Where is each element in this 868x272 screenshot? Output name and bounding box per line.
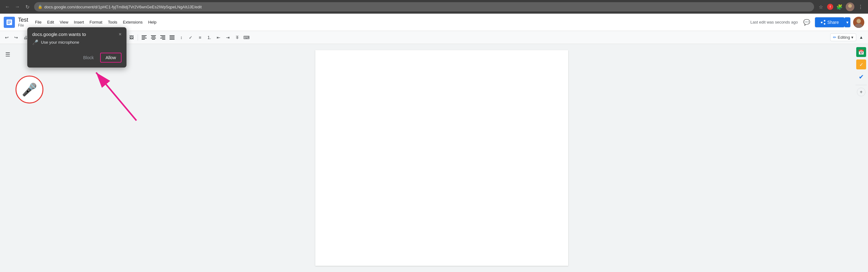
svg-rect-24 <box>169 39 175 40</box>
docs-title-area: Test File <box>18 17 28 28</box>
menu-view[interactable]: View <box>57 19 71 26</box>
svg-rect-18 <box>161 37 165 37</box>
comments-button[interactable]: 💬 <box>801 17 812 28</box>
redo-button[interactable]: ↪ <box>12 33 21 42</box>
last-edit-text: Last edit was seconds ago <box>750 20 798 25</box>
profile-avatar[interactable] <box>846 2 855 11</box>
share-label: Share <box>827 20 839 25</box>
svg-rect-5 <box>7 23 10 24</box>
svg-rect-22 <box>169 37 175 37</box>
outline-button[interactable]: ☰ <box>2 49 13 60</box>
browser-actions: ☆ ! 🧩 ⋮ <box>816 2 865 11</box>
input-tools-button[interactable]: ⌨ <box>242 33 251 42</box>
numbered-list-button[interactable]: 1. <box>205 33 214 42</box>
star-button[interactable]: ☆ <box>816 2 825 11</box>
permission-popup: docs.google.com wants to × 🎤 Use your mi… <box>27 27 126 68</box>
popup-close-button[interactable]: × <box>119 32 122 37</box>
popup-mic-row: 🎤 Use your microphone <box>27 37 126 50</box>
menu-insert[interactable]: Insert <box>71 19 87 26</box>
menu-tools[interactable]: Tools <box>105 19 120 26</box>
svg-point-1 <box>847 8 853 11</box>
align-center-button[interactable] <box>149 33 158 42</box>
pencil-icon: ✏ <box>833 35 836 40</box>
docs-toolbar: ↩ ↪ 🖨 − 11 + B I U A ✏ 🔗 💬 🖼 <box>0 31 868 44</box>
side-toolbar-separator <box>856 85 867 85</box>
docs-subtitle: File <box>18 23 28 28</box>
address-bar[interactable]: 🔒 docs.google.com/document/d/1pHC1-fyjTm… <box>34 2 814 11</box>
allow-button[interactable]: Allow <box>100 53 122 63</box>
svg-point-7 <box>857 19 861 23</box>
editing-mode-button[interactable]: ✏ Editing ▾ <box>830 33 856 41</box>
svg-rect-19 <box>160 38 165 38</box>
indent-increase-button[interactable]: ⇥ <box>223 33 232 42</box>
docs-header: Test File File Edit View Insert Format T… <box>0 13 868 31</box>
docs-logo <box>4 17 15 28</box>
image-button[interactable]: 🖼 <box>127 33 136 42</box>
popup-title: docs.google.com wants to <box>32 32 86 37</box>
docs-app: Test File File Edit View Insert Format T… <box>0 13 868 272</box>
svg-rect-3 <box>7 21 11 21</box>
toolbar-separator-3 <box>137 34 138 41</box>
extensions-button[interactable]: 🧩 <box>835 2 844 11</box>
svg-rect-16 <box>152 39 155 40</box>
chevron-down-icon: ▾ <box>851 35 854 40</box>
menu-edit[interactable]: Edit <box>44 19 56 26</box>
share-button[interactable]: Share <box>815 18 844 27</box>
menu-button[interactable]: ⋮ <box>856 2 865 11</box>
mic-circle: 🎤 <box>16 76 43 103</box>
add-side-panel-button[interactable]: + <box>857 88 866 96</box>
docs-menu: File Edit View Insert Format Tools Exten… <box>33 19 159 26</box>
indent-decrease-button[interactable]: ⇤ <box>214 33 223 42</box>
mic-circle-container: 🎤 <box>16 76 43 103</box>
undo-button[interactable]: ↩ <box>2 33 11 42</box>
svg-rect-13 <box>151 35 156 36</box>
extension-icon-red[interactable]: ! <box>827 4 833 10</box>
lock-icon: 🔒 <box>38 5 42 9</box>
refresh-button[interactable]: ↻ <box>23 2 32 11</box>
forward-button[interactable]: → <box>13 2 22 11</box>
svg-rect-23 <box>169 38 175 38</box>
line-spacing-button[interactable]: ↕ <box>177 33 186 42</box>
nav-buttons: ← → ↻ <box>3 2 32 11</box>
document-page[interactable] <box>315 50 568 266</box>
menu-help[interactable]: Help <box>146 19 159 26</box>
clear-formatting-button[interactable]: T̶ <box>233 33 242 42</box>
bulleted-list-button[interactable]: ≡ <box>196 33 204 42</box>
svg-rect-12 <box>142 39 145 40</box>
menu-format[interactable]: Format <box>87 19 105 26</box>
share-dropdown-button[interactable]: ▾ <box>844 18 850 27</box>
header-icons: 💬 Share ▾ <box>801 17 864 28</box>
url-text: docs.google.com/document/d/1pHC1-fyjTm8i… <box>44 5 202 9</box>
browser-chrome: ← → ↻ 🔒 docs.google.com/document/d/1pHC1… <box>0 0 868 13</box>
align-left-button[interactable] <box>140 33 149 42</box>
justify-button[interactable] <box>168 33 176 42</box>
popup-mic-text: Use your microphone <box>41 40 80 45</box>
svg-rect-21 <box>169 35 175 36</box>
svg-point-0 <box>848 4 852 8</box>
popup-actions: Block Allow <box>27 50 126 68</box>
editing-label: Editing <box>838 35 850 40</box>
menu-file[interactable]: File <box>33 19 44 26</box>
collapse-toolbar-button[interactable]: ▲ <box>857 33 866 42</box>
svg-rect-17 <box>160 35 165 36</box>
side-toolbar: 📅 ✓ ✔ + <box>855 44 868 99</box>
back-button[interactable]: ← <box>3 2 12 11</box>
tasks-side-button[interactable]: ✓ <box>856 59 867 70</box>
svg-rect-15 <box>151 38 156 38</box>
svg-rect-10 <box>142 37 145 37</box>
svg-rect-14 <box>152 37 155 37</box>
page-area[interactable] <box>16 44 868 272</box>
block-button[interactable]: Block <box>80 53 97 63</box>
svg-rect-11 <box>142 38 147 38</box>
left-sidebar: ☰ <box>0 44 16 272</box>
docs-main: ☰ <box>0 44 868 272</box>
popup-header: docs.google.com wants to × <box>27 27 126 37</box>
user-avatar[interactable] <box>853 17 864 28</box>
align-right-button[interactable] <box>158 33 167 42</box>
popup-microphone-icon: 🎤 <box>32 39 38 45</box>
calendar-side-button[interactable]: 📅 <box>856 46 867 58</box>
svg-rect-4 <box>7 22 11 23</box>
checklist-button[interactable]: ✓ <box>186 33 195 42</box>
menu-extensions[interactable]: Extensions <box>120 19 145 26</box>
check-side-button[interactable]: ✔ <box>856 71 867 82</box>
